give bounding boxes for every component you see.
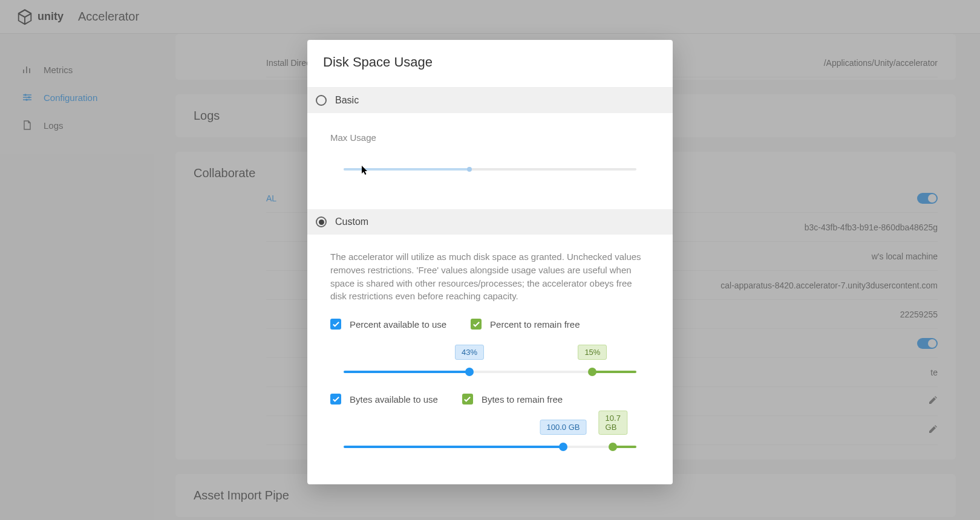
option-basic: Basic Max Usage xyxy=(307,88,673,197)
slider-handle-green[interactable] xyxy=(588,368,596,376)
check-bytes-avail[interactable]: Bytes available to use xyxy=(330,394,438,405)
slider-fill-green xyxy=(592,371,636,373)
radio-label-custom: Custom xyxy=(335,216,368,227)
slider-fill-blue xyxy=(344,371,469,373)
slider-fill-blue xyxy=(344,446,563,448)
check-label: Bytes available to use xyxy=(350,394,438,405)
bytes-dual-slider[interactable]: 100.0 GB 10.7 GB xyxy=(344,415,636,454)
radio-label-basic: Basic xyxy=(335,95,359,106)
value-bubble-percent-free: 15% xyxy=(578,345,607,360)
check-percent-avail[interactable]: Percent available to use xyxy=(330,319,446,330)
bytes-check-row: Bytes available to use Bytes to remain f… xyxy=(323,394,657,405)
max-usage-label: Max Usage xyxy=(323,132,657,143)
mouse-cursor-icon xyxy=(362,166,369,175)
radio-custom[interactable] xyxy=(316,216,327,227)
check-label: Percent available to use xyxy=(350,319,446,330)
value-bubble-bytes-free: 10.7 GB xyxy=(599,411,627,435)
checkbox-bytes-avail[interactable] xyxy=(330,394,341,405)
slider-handle-blue[interactable] xyxy=(559,443,567,451)
disk-space-modal: Disk Space Usage Basic Max Usage Custom … xyxy=(307,40,673,484)
check-label: Bytes to remain free xyxy=(482,394,563,405)
option-header-basic[interactable]: Basic xyxy=(307,88,673,113)
max-usage-slider[interactable] xyxy=(344,168,636,171)
value-bubble-bytes-avail: 100.0 GB xyxy=(540,420,587,435)
slider-handle[interactable] xyxy=(467,167,472,172)
check-bytes-free[interactable]: Bytes to remain free xyxy=(462,394,563,405)
slider-handle-green[interactable] xyxy=(609,443,617,451)
checkbox-percent-avail[interactable] xyxy=(330,319,341,330)
radio-basic[interactable] xyxy=(316,95,327,106)
modal-overlay[interactable]: Disk Space Usage Basic Max Usage Custom … xyxy=(0,0,980,520)
modal-title: Disk Space Usage xyxy=(323,54,657,70)
custom-description: The accelerator will utilize as much dis… xyxy=(323,250,657,319)
percent-dual-slider[interactable]: 43% 15% xyxy=(344,340,636,379)
modal-header: Disk Space Usage xyxy=(307,40,673,88)
checkbox-percent-free[interactable] xyxy=(471,319,482,330)
option-custom: Custom The accelerator will utilize as m… xyxy=(307,209,673,484)
percent-check-row: Percent available to use Percent to rema… xyxy=(323,319,657,330)
value-bubble-percent-avail: 43% xyxy=(455,345,484,360)
check-label: Percent to remain free xyxy=(490,319,580,330)
slider-handle-blue[interactable] xyxy=(465,368,474,376)
check-percent-free[interactable]: Percent to remain free xyxy=(471,319,580,330)
checkbox-bytes-free[interactable] xyxy=(462,394,473,405)
option-header-custom[interactable]: Custom xyxy=(307,209,673,235)
